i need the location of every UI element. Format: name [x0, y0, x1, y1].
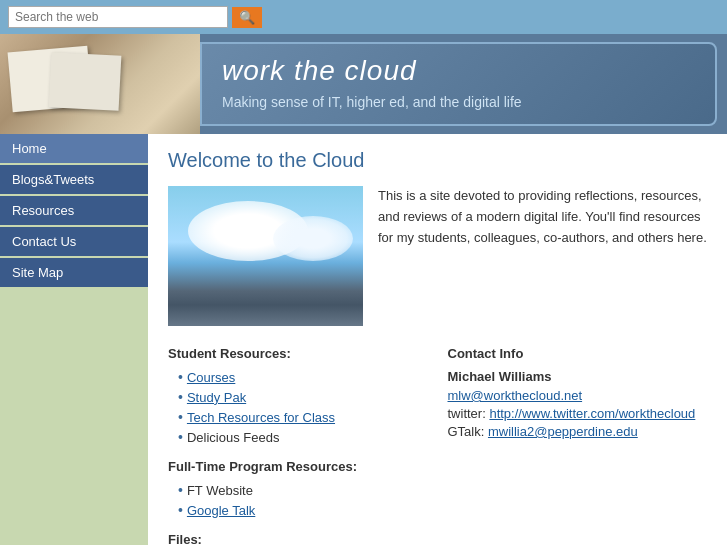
delicious-feeds-text: Delicious Feeds — [187, 430, 280, 445]
list-item: • FT Website — [178, 482, 428, 498]
search-bar: 🔍 — [0, 0, 727, 34]
study-pak-link[interactable]: Study Pak — [187, 390, 246, 405]
tech-resources-link[interactable]: Tech Resources for Class — [187, 410, 335, 425]
twitter-link[interactable]: http://www.twitter.com/workthecloud — [489, 406, 695, 421]
list-item: • Tech Resources for Class — [178, 409, 428, 425]
left-column: Student Resources: • Courses • Study Pak… — [168, 346, 428, 545]
bullet-icon: • — [178, 502, 183, 518]
gtalk-label: GTalk: — [448, 424, 488, 439]
sidebar: Home Blogs&Tweets Resources Contact Us S… — [0, 134, 148, 545]
sidebar-item-site-map[interactable]: Site Map — [0, 258, 148, 287]
list-item: • Study Pak — [178, 389, 428, 405]
welcome-section: This is a site devoted to providing refl… — [168, 186, 707, 326]
welcome-text: This is a site devoted to providing refl… — [378, 186, 707, 326]
fulltime-resources-heading: Full-Time Program Resources: — [168, 459, 428, 474]
cloud-image-visual — [168, 186, 363, 326]
list-item: • Courses — [178, 369, 428, 385]
contact-email-line: mlw@workthecloud.net — [448, 388, 708, 403]
fulltime-resources-list: • FT Website • Google Talk — [178, 482, 428, 518]
search-input[interactable] — [8, 6, 228, 28]
contact-gtalk-line: GTalk: mwillia2@pepperdine.edu — [448, 424, 708, 439]
contact-info-heading: Contact Info — [448, 346, 708, 361]
contact-name: Michael Williams — [448, 369, 708, 384]
contact-twitter-line: twitter: http://www.twitter.com/workthec… — [448, 406, 708, 421]
header-image — [0, 34, 200, 134]
header-banner: work the cloud Making sense of IT, highe… — [0, 34, 727, 134]
main-content: Welcome to the Cloud This is a site devo… — [148, 134, 727, 545]
contact-email-link[interactable]: mlw@workthecloud.net — [448, 388, 583, 403]
header-image-decoration — [0, 34, 200, 134]
bullet-icon: • — [178, 389, 183, 405]
cloud-image — [168, 186, 363, 326]
right-column: Contact Info Michael Williams mlw@workth… — [448, 346, 708, 545]
google-talk-link[interactable]: Google Talk — [187, 503, 255, 518]
gtalk-link[interactable]: mwillia2@pepperdine.edu — [488, 424, 638, 439]
student-resources-heading: Student Resources: — [168, 346, 428, 361]
two-column-section: Student Resources: • Courses • Study Pak… — [168, 346, 707, 545]
twitter-label: twitter: — [448, 406, 490, 421]
sidebar-item-contact-us[interactable]: Contact Us — [0, 227, 148, 256]
search-button[interactable]: 🔍 — [232, 7, 262, 28]
ft-website-text: FT Website — [187, 483, 253, 498]
bullet-icon: • — [178, 369, 183, 385]
site-title: work the cloud — [222, 55, 695, 87]
courses-link[interactable]: Courses — [187, 370, 235, 385]
site-subtitle: Making sense of IT, higher ed, and the d… — [222, 93, 695, 113]
sidebar-item-home[interactable]: Home — [0, 134, 148, 163]
sidebar-item-resources[interactable]: Resources — [0, 196, 148, 225]
sidebar-item-blogs-tweets[interactable]: Blogs&Tweets — [0, 165, 148, 194]
list-item: • Google Talk — [178, 502, 428, 518]
bullet-icon: • — [178, 409, 183, 425]
bullet-icon: • — [178, 429, 183, 445]
bullet-icon: • — [178, 482, 183, 498]
files-heading: Files: — [168, 532, 428, 545]
page-title: Welcome to the Cloud — [168, 149, 707, 172]
header-text-block: work the cloud Making sense of IT, highe… — [200, 42, 717, 126]
list-item: • Delicious Feeds — [178, 429, 428, 445]
files-section: Files: — [168, 532, 428, 545]
student-resources-list: • Courses • Study Pak • Tech Resources f… — [178, 369, 428, 445]
main-layout: Home Blogs&Tweets Resources Contact Us S… — [0, 134, 727, 545]
